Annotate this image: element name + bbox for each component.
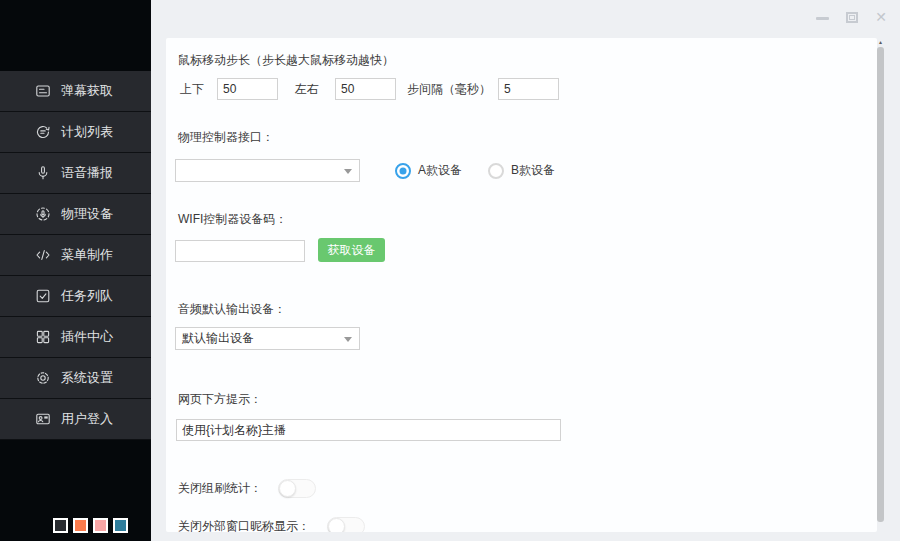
leftright-label: 左右 [295, 78, 319, 100]
close-external-nickname-label: 关闭外部窗口昵称显示： [178, 518, 310, 532]
web-tip-input[interactable] [176, 419, 561, 441]
maximize-button[interactable] [846, 10, 858, 23]
wifi-code-row: 获取设备 [166, 239, 877, 263]
toggle-knob [279, 480, 296, 497]
sidebar-item-plan-list[interactable]: 计划列表 [0, 112, 151, 153]
plugin-grid-icon [35, 329, 51, 345]
physical-device-icon [35, 206, 51, 222]
vertical-scrollbar: ▴ [877, 38, 884, 532]
sidebar-item-label: 菜单制作 [61, 246, 113, 264]
gear-icon [35, 370, 51, 386]
sidebar-item-plugin-center[interactable]: 插件中心 [0, 317, 151, 358]
close-external-nickname-row: 关闭外部窗口昵称显示： [178, 517, 365, 532]
sidebar-item-system-settings[interactable]: 系统设置 [0, 358, 151, 399]
minimize-icon [816, 17, 829, 20]
checklist-icon [35, 288, 51, 304]
close-group-stats-label: 关闭组刷统计： [178, 480, 262, 497]
sidebar-menu: 弹幕获取 计划列表 语音播报 物理设备 [0, 71, 151, 440]
updown-input[interactable] [217, 78, 278, 100]
audio-output-row: 默认输出设备 [166, 327, 877, 350]
sidebar-item-label: 语音播报 [61, 164, 113, 182]
controller-port-row: A款设备 B款设备 [166, 159, 877, 182]
radio-b-label: B款设备 [511, 162, 555, 179]
get-device-button[interactable]: 获取设备 [318, 238, 385, 262]
sidebar: 弹幕获取 计划列表 语音播报 物理设备 [0, 0, 151, 541]
close-button[interactable]: ✕ [875, 10, 887, 25]
radio-option-a[interactable]: A款设备 [395, 162, 462, 179]
wifi-code-label: WIFI控制器设备码： [178, 212, 287, 227]
maximize-icon [846, 12, 858, 23]
radio-a-label: A款设备 [418, 162, 462, 179]
sidebar-item-danmaku[interactable]: 弹幕获取 [0, 71, 151, 112]
sidebar-item-label: 任务列队 [61, 287, 113, 305]
sidebar-item-menu-maker[interactable]: 菜单制作 [0, 235, 151, 276]
close-group-stats-row: 关闭组刷统计： [178, 479, 316, 498]
scrollbar-thumb[interactable] [877, 47, 884, 522]
radio-option-b[interactable]: B款设备 [488, 162, 555, 179]
audio-output-select[interactable]: 默认输出设备 [175, 327, 360, 350]
sidebar-item-label: 弹幕获取 [61, 82, 113, 100]
web-tip-row [166, 419, 877, 441]
mouse-step-label: 鼠标移动步长（步长越大鼠标移动越快） [178, 53, 394, 68]
close-icon: ✕ [875, 9, 887, 25]
danmaku-icon [35, 83, 51, 99]
user-card-icon [35, 411, 51, 427]
theme-swatch-pink[interactable] [93, 518, 108, 533]
chevron-down-icon [344, 337, 352, 342]
wifi-code-input[interactable] [175, 240, 305, 262]
audio-output-label: 音频默认输出设备： [178, 302, 286, 317]
sidebar-item-voice[interactable]: 语音播报 [0, 153, 151, 194]
sidebar-item-label: 物理设备 [61, 205, 113, 223]
updown-label: 上下 [180, 78, 204, 100]
toggle-knob [328, 518, 345, 532]
controller-port-label: 物理控制器接口： [178, 130, 274, 145]
scroll-up-icon[interactable]: ▴ [877, 38, 884, 46]
theme-swatches [53, 518, 128, 533]
device-type-radio-group: A款设备 B款设备 [395, 159, 555, 182]
web-tip-label: 网页下方提示： [178, 392, 262, 407]
close-group-stats-toggle[interactable] [278, 479, 316, 498]
minimize-button[interactable] [816, 10, 829, 20]
sidebar-item-label: 插件中心 [61, 328, 113, 346]
sidebar-item-label: 计划列表 [61, 123, 113, 141]
theme-swatch-teal[interactable] [113, 518, 128, 533]
sidebar-item-user-login[interactable]: 用户登入 [0, 399, 151, 440]
theme-swatch-orange[interactable] [73, 518, 88, 533]
settings-panel: 鼠标移动步长（步长越大鼠标移动越快） 上下 左右 步间隔（毫秒） 物理控制器接口… [166, 38, 877, 532]
sidebar-item-label: 用户登入 [61, 410, 113, 428]
sidebar-item-label: 系统设置 [61, 369, 113, 387]
chevron-down-icon [344, 169, 352, 174]
radio-a-selected-icon [395, 163, 411, 179]
microphone-icon [35, 165, 51, 181]
audio-output-select-value: 默认输出设备 [182, 330, 254, 347]
controller-port-select[interactable] [175, 159, 360, 182]
step-interval-input[interactable] [498, 78, 559, 100]
mouse-step-row: 上下 左右 步间隔（毫秒） [166, 78, 877, 100]
plan-list-icon [35, 124, 51, 140]
sidebar-item-physical-device[interactable]: 物理设备 [0, 194, 151, 235]
step-interval-label: 步间隔（毫秒） [407, 78, 491, 100]
leftright-input[interactable] [335, 78, 396, 100]
close-external-nickname-toggle[interactable] [327, 517, 365, 532]
window-controls: ✕ [816, 10, 887, 25]
radio-b-unselected-icon [488, 163, 504, 179]
code-icon [35, 247, 51, 263]
theme-swatch-dark[interactable] [53, 518, 68, 533]
sidebar-item-task-queue[interactable]: 任务列队 [0, 276, 151, 317]
